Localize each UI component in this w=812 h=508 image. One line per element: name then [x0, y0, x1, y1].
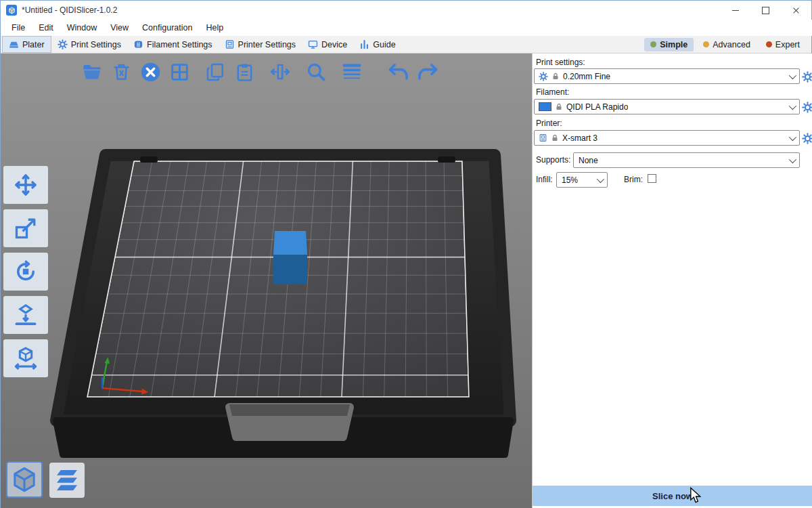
search-button[interactable]	[304, 60, 328, 83]
place-on-face-tool-button[interactable]	[3, 296, 48, 334]
tab-label: Filament Settings	[147, 40, 212, 49]
lock-icon	[555, 103, 563, 111]
3d-editor-view-button[interactable]	[6, 461, 43, 498]
trash-icon	[112, 62, 131, 82]
settings-panel: Print settings: 0.20mm Fine Filament: QI…	[532, 54, 812, 508]
guide-bars-icon	[359, 39, 369, 49]
paste-icon	[235, 62, 254, 82]
menu-bar: File Edit Window View Configuration Help	[1, 20, 812, 36]
copy-button[interactable]	[204, 60, 227, 83]
menu-item-edit[interactable]: Edit	[32, 20, 60, 36]
main-area: Print settings: 0.20mm Fine Filament: QI…	[1, 54, 811, 508]
redo-arrow-icon	[417, 61, 438, 83]
model-cube[interactable]	[273, 231, 307, 284]
paste-button[interactable]	[233, 60, 256, 83]
chevron-down-icon	[597, 175, 604, 183]
layer-lines-icon	[342, 62, 362, 82]
preview-layers-view-button[interactable]	[49, 463, 85, 498]
gizmo-toolbar	[3, 166, 48, 377]
infill-value: 15%	[562, 175, 578, 185]
supports-value: None	[579, 156, 598, 165]
minimize-icon	[732, 10, 739, 11]
arrange-button[interactable]	[168, 60, 191, 83]
infill-label: Infill:	[536, 175, 553, 184]
variable-layer-height-button[interactable]	[340, 60, 363, 83]
3d-viewport[interactable]	[1, 54, 532, 508]
close-button[interactable]	[781, 1, 811, 20]
gear-icon	[539, 72, 548, 81]
printer-label: Printer:	[536, 119, 562, 128]
split-objects-button[interactable]	[269, 60, 292, 83]
print-settings-dropdown[interactable]: 0.20mm Fine	[534, 68, 800, 84]
print-bed	[56, 155, 510, 454]
open-file-button[interactable]	[81, 60, 104, 83]
device-monitor-icon	[308, 39, 318, 49]
expert-mode-dot-icon	[766, 41, 772, 47]
print-settings-label: Print settings:	[536, 58, 585, 67]
menu-item-file[interactable]: File	[5, 20, 32, 36]
advanced-mode-dot-icon	[703, 41, 709, 47]
arrange-grid-icon	[170, 62, 189, 82]
split-arrows-icon	[270, 62, 290, 82]
gear-icon	[802, 102, 812, 113]
3d-cube-icon	[11, 466, 38, 493]
delete-all-button[interactable]	[139, 60, 162, 83]
tab-guide[interactable]: Guide	[353, 36, 401, 53]
move-tool-button[interactable]	[3, 166, 48, 204]
brim-checkbox[interactable]	[648, 174, 656, 183]
rotate-tool-button[interactable]	[3, 253, 48, 291]
redo-button[interactable]	[416, 60, 439, 83]
supports-dropdown[interactable]: None	[573, 152, 800, 168]
tab-device[interactable]: Device	[302, 36, 353, 53]
gear-icon	[802, 71, 812, 83]
slice-now-button[interactable]: Slice now	[533, 486, 812, 506]
bed-clip	[438, 156, 455, 163]
lock-icon	[551, 134, 559, 142]
view-switcher	[6, 461, 85, 498]
open-folder-icon	[82, 62, 102, 82]
mode-switcher: Simple Advanced Expert	[644, 38, 806, 51]
menu-item-help[interactable]: Help	[199, 20, 230, 36]
filament-dropdown[interactable]: QIDI PLA Rapido	[534, 99, 800, 114]
printer-dropdown[interactable]: X-smart 3	[534, 130, 800, 146]
tab-print-settings[interactable]: Print Settings	[51, 36, 127, 53]
tab-printer-settings[interactable]: Printer Settings	[219, 36, 302, 53]
plater-bed-icon	[9, 39, 19, 49]
filament-gear-button[interactable]	[801, 101, 812, 113]
mode-label: Simple	[660, 40, 687, 49]
3d-scene-canvas[interactable]	[1, 54, 532, 508]
mode-expert-button[interactable]: Expert	[760, 38, 806, 51]
menu-item-view[interactable]: View	[104, 20, 135, 36]
title-bar: *Untitled - QIDISlicer-1.0.2	[1, 1, 811, 20]
menu-item-window[interactable]: Window	[60, 20, 104, 36]
filament-value: QIDI PLA Rapido	[566, 102, 628, 112]
circle-x-icon	[140, 62, 161, 83]
close-icon	[792, 7, 800, 14]
menu-item-configuration[interactable]: Configuration	[135, 20, 199, 36]
move-arrows-icon	[14, 173, 38, 197]
mode-label: Advanced	[713, 40, 750, 49]
lock-icon	[551, 72, 560, 81]
minimize-button[interactable]	[720, 1, 750, 20]
tab-plater[interactable]: Plater	[2, 36, 51, 53]
print-settings-value: 0.20mm Fine	[563, 72, 610, 81]
filament-label: Filament:	[536, 87, 569, 97]
printer-gear-button[interactable]	[801, 132, 812, 144]
delete-button[interactable]	[110, 60, 133, 83]
tab-label: Device	[321, 40, 347, 49]
window-title: *Untitled - QIDISlicer-1.0.2	[22, 5, 117, 15]
printer-value: X-smart 3	[562, 133, 597, 143]
mode-advanced-button[interactable]: Advanced	[697, 38, 757, 51]
maximize-icon	[762, 7, 769, 14]
mode-simple-button[interactable]: Simple	[644, 38, 694, 51]
undo-button[interactable]	[387, 60, 410, 83]
place-on-face-icon	[14, 303, 38, 327]
print-settings-gear-button[interactable]	[801, 70, 812, 83]
size-tool-button[interactable]	[3, 339, 48, 377]
tab-filament-settings[interactable]: Filament Settings	[127, 36, 219, 53]
infill-dropdown[interactable]: 15%	[556, 172, 608, 188]
mode-label: Expert	[775, 40, 800, 49]
maximize-button[interactable]	[750, 1, 781, 20]
scale-icon	[14, 216, 38, 240]
scale-tool-button[interactable]	[3, 209, 48, 247]
